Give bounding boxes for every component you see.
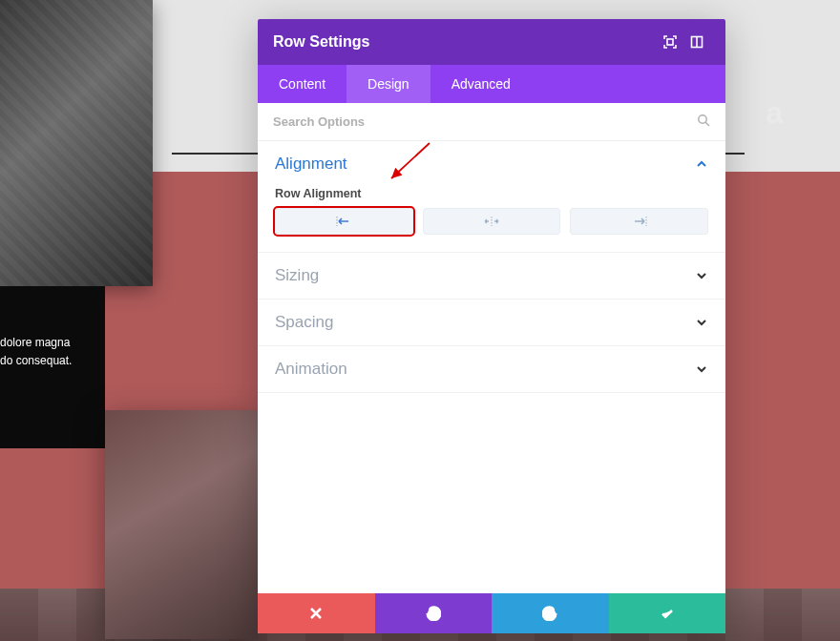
- section-spacing-header[interactable]: Spacing: [258, 300, 725, 345]
- section-sizing-title: Sizing: [275, 266, 695, 285]
- background-heading: a: [766, 95, 783, 131]
- tab-design[interactable]: Design: [346, 65, 430, 103]
- chevron-up-icon: [695, 157, 708, 171]
- background-photo-2: [105, 410, 258, 639]
- section-animation-header[interactable]: Animation: [258, 346, 725, 392]
- section-alignment-body: Row Alignment: [258, 187, 725, 252]
- svg-line-4: [705, 122, 709, 126]
- tab-advanced[interactable]: Advanced: [430, 65, 532, 103]
- search-bar: [258, 103, 725, 141]
- align-right-button[interactable]: [570, 208, 708, 235]
- svg-point-3: [699, 114, 706, 122]
- modal-body-fill: [258, 393, 725, 593]
- save-button[interactable]: [609, 593, 726, 633]
- section-spacing: Spacing: [258, 300, 725, 346]
- lorem-line: do consequat.: [0, 352, 97, 370]
- section-alignment-title: Alignment: [275, 155, 695, 174]
- background-photo-1: [0, 0, 153, 286]
- tab-content[interactable]: Content: [258, 65, 346, 103]
- background-lorem-block: dolore magna do consequat.: [0, 286, 105, 448]
- search-icon[interactable]: [697, 114, 710, 131]
- align-center-button[interactable]: [423, 208, 561, 235]
- chevron-down-icon: [695, 316, 708, 329]
- section-animation: Animation: [258, 346, 725, 393]
- modal-header: Row Settings: [258, 19, 725, 65]
- page-canvas: a dolore magna do consequat. Row Setting…: [0, 0, 840, 641]
- row-alignment-label: Row Alignment: [275, 187, 708, 200]
- section-alignment: Alignment Row Alignment: [258, 141, 725, 253]
- snap-icon[interactable]: [683, 29, 710, 55]
- chevron-down-icon: [695, 362, 708, 376]
- section-animation-title: Animation: [275, 360, 695, 379]
- section-spacing-title: Spacing: [275, 313, 695, 332]
- modal-footer: [258, 593, 725, 633]
- modal-title: Row Settings: [273, 33, 657, 51]
- section-sizing-header[interactable]: Sizing: [258, 253, 725, 299]
- section-alignment-header[interactable]: Alignment: [258, 141, 725, 187]
- chevron-down-icon: [695, 269, 708, 282]
- section-sizing: Sizing: [258, 253, 725, 300]
- align-left-button[interactable]: [275, 208, 413, 235]
- svg-rect-0: [667, 39, 673, 45]
- cancel-button[interactable]: [258, 593, 375, 633]
- lorem-line: dolore magna: [0, 334, 97, 352]
- modal-tabs: Content Design Advanced: [258, 65, 725, 103]
- row-alignment-control: [275, 208, 708, 235]
- undo-button[interactable]: [375, 593, 493, 633]
- row-settings-modal: Row Settings Content Design Advanced Ali…: [258, 19, 725, 633]
- search-input[interactable]: [273, 114, 697, 129]
- redo-button[interactable]: [492, 593, 609, 633]
- expand-icon[interactable]: [657, 29, 683, 55]
